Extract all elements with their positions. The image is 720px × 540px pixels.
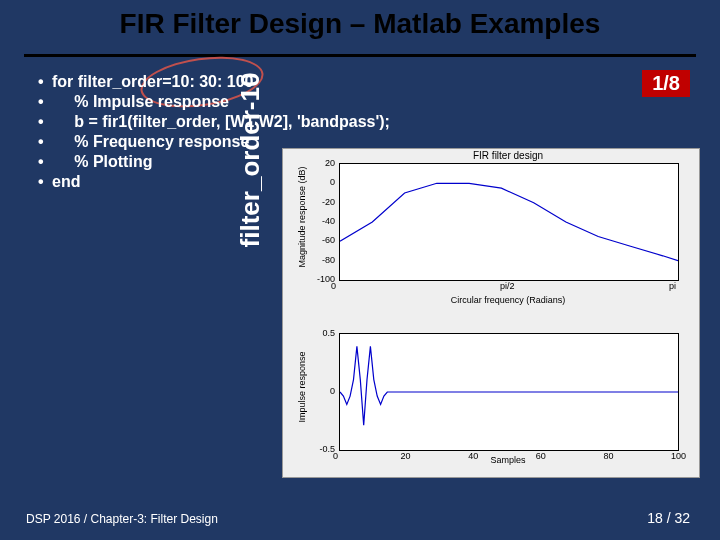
code-line: • b = fir1(filter_order, [W1 W2], 'bandp… (38, 112, 390, 132)
footer-text: DSP 2016 / Chapter-3: Filter Design (26, 512, 218, 526)
code-line: •for filter_order=10: 30: 100 (38, 72, 390, 92)
bot-ylabel: Impulse response (297, 329, 307, 445)
page-badge: 1/8 (642, 70, 690, 97)
code-line: • % Impulse response (38, 92, 390, 112)
page-total: 32 (674, 510, 690, 526)
magnitude-response-chart (339, 163, 679, 281)
slide: FIR Filter Design – Matlab Examples 1/8 … (0, 0, 720, 540)
impulse-line (340, 334, 678, 450)
title-rule (24, 54, 696, 57)
chart-top-title: FIR filter design (339, 150, 677, 161)
badge-text: 1/8 (652, 72, 680, 94)
top-ylabel: Magnitude response (dB) (297, 159, 307, 275)
top-xlabel: Circular frequency (Radians) (339, 295, 677, 305)
title-area: FIR Filter Design – Matlab Examples (0, 8, 720, 40)
page-number: 18 / 32 (647, 510, 690, 526)
bot-xlabel: Samples (339, 455, 677, 465)
charts-panel: FIR filter design Magnitude response (dB… (282, 148, 700, 478)
page-current: 18 (647, 510, 663, 526)
vertical-label: filter_order-10 (235, 60, 266, 260)
slide-title: FIR Filter Design – Matlab Examples (120, 8, 601, 39)
impulse-response-chart (339, 333, 679, 451)
magnitude-line (340, 164, 678, 280)
